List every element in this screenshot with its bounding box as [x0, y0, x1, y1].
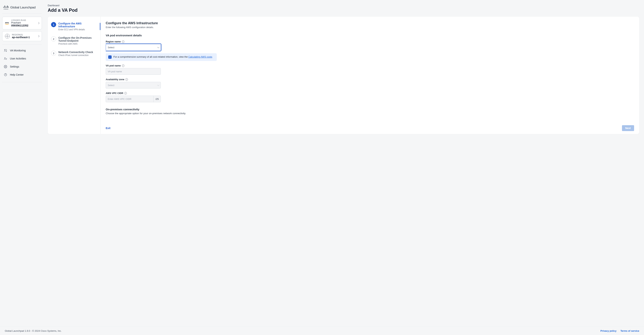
nav-label: Help Center	[10, 73, 24, 76]
page-title: Add a VA Pod	[48, 8, 639, 13]
privacy-policy-link[interactable]: Privacy policy	[600, 330, 616, 332]
gear-icon	[4, 65, 7, 68]
va-pod-name-input[interactable]	[106, 68, 161, 75]
form-area: Configure the AWS Infrastructure Enter t…	[100, 16, 639, 134]
aws-vpc-cidr-suffix: /25	[154, 96, 160, 102]
region-name-select[interactable]: Select	[106, 44, 161, 51]
nav-user-activities[interactable]: User Activities	[2, 54, 42, 62]
nav-va-monitoring[interactable]: VA Monitoring	[2, 46, 42, 54]
wizard-steps: 1 Configure the AWS Infrastructure Enter…	[48, 16, 100, 134]
select-value: Select	[108, 46, 114, 49]
nav-label: User Activities	[10, 57, 26, 60]
chevron-right-icon	[37, 35, 39, 37]
form-subheading: Enter the following AWS configuration de…	[106, 26, 634, 29]
step-number: 2	[51, 36, 56, 42]
step-title: Network Connectivity Check	[58, 51, 93, 54]
chevron-right-icon	[37, 22, 39, 24]
step-title: Configure the AWS Infrastructure	[58, 22, 96, 28]
sidebar-divider	[2, 82, 42, 82]
account-card[interactable]: aws LOGGED IN AS Prashant 059356112352	[2, 17, 42, 29]
svg-point-3	[5, 66, 6, 67]
step-subtitle: Precheck with AWS	[58, 42, 96, 45]
main: Dashboard Add a VA Pod 1 Configure the A…	[44, 0, 644, 326]
account-card-label: LOGGED IN AS	[11, 19, 36, 21]
exit-button[interactable]: Exit	[106, 127, 110, 130]
env-group-title: VA pod environment details	[106, 34, 634, 37]
help-icon	[4, 73, 7, 76]
brand: cisco Global Launchpad	[2, 4, 42, 14]
region-card-value: ap-northeast-1	[12, 36, 36, 39]
step-title: Configure the On-Premises Tunnel Endpoin…	[58, 36, 96, 42]
wizard-step-1[interactable]: 1 Configure the AWS Infrastructure Enter…	[51, 22, 97, 31]
calculating-aws-costs-link[interactable]: Calculating AWS costs	[188, 56, 212, 58]
wizard-step-2[interactable]: 2 Configure the On-Premises Tunnel Endpo…	[51, 36, 97, 45]
onprem-desc: Choose the appropriate option for your o…	[106, 112, 634, 115]
monitor-icon	[4, 49, 7, 52]
users-icon	[4, 57, 7, 60]
brand-name: Global Launchpad	[10, 6, 36, 9]
availability-zone-label: Availability zone	[106, 78, 124, 81]
next-button[interactable]: Next	[622, 125, 634, 131]
wizard-step-3[interactable]: 3 Network Connectivity Check Check IPsec…	[51, 51, 97, 56]
region-name-label: Region name	[106, 40, 121, 43]
nav-label: VA Monitoring	[10, 49, 26, 52]
aws-vpc-cidr-input[interactable]	[106, 96, 154, 102]
account-card-id: 059356112352	[11, 24, 36, 27]
cisco-wordmark: cisco	[3, 8, 9, 10]
info-icon[interactable]	[122, 64, 124, 67]
info-banner-text: For a comprehensive summary of all cost-…	[114, 56, 188, 58]
info-icon[interactable]	[125, 78, 128, 81]
cisco-logo-icon: cisco	[3, 5, 9, 10]
footer: Global Launchpad 1.9.0 - © 2024 Cisco Sy…	[0, 326, 644, 335]
chevron-down-icon	[157, 84, 159, 86]
form-actions: Exit Next	[106, 121, 634, 131]
nav-settings[interactable]: Settings	[2, 62, 42, 71]
footer-copyright: Global Launchpad 1.9.0 - © 2024 Cisco Sy…	[5, 330, 62, 332]
info-icon[interactable]	[122, 40, 124, 43]
step-number: 1	[51, 22, 56, 27]
info-icon[interactable]	[124, 92, 127, 94]
chevron-down-icon	[157, 46, 159, 48]
step-number: 3	[51, 51, 56, 56]
onprem-heading: On-premises connectivity	[106, 108, 634, 111]
region-card[interactable]: Region(s) ap-northeast-1	[2, 31, 42, 41]
region-card-label: Region(s)	[12, 34, 36, 36]
aws-vpc-cidr-wrap: /25	[106, 96, 161, 102]
availability-zone-select[interactable]: Select	[106, 82, 161, 88]
svg-point-5	[5, 75, 6, 76]
breadcrumb[interactable]: Dashboard	[48, 4, 639, 7]
aws-vpc-cidr-label: AWS VPC CIDR	[106, 92, 123, 94]
step-subtitle: Enter EC2 and VPN details	[58, 28, 96, 31]
account-card-user: Prashant	[11, 21, 36, 24]
svg-point-0	[4, 50, 5, 50]
terms-of-service-link[interactable]: Terms of service	[620, 330, 639, 332]
va-pod-name-label: VA pod name	[106, 64, 121, 67]
form-heading: Configure the AWS Infrastructure	[106, 21, 634, 25]
svg-point-2	[4, 58, 6, 58]
info-badge-icon: i	[108, 56, 112, 59]
cost-info-banner: i For a comprehensive summary of all cos…	[106, 53, 217, 61]
wizard-panel: 1 Configure the AWS Infrastructure Enter…	[48, 16, 639, 134]
step-subtitle: Check IPsec tunnel connection	[58, 54, 93, 56]
nav-label: Settings	[10, 65, 19, 68]
aws-logo-icon: aws	[5, 22, 9, 25]
nav-help-center[interactable]: Help Center	[2, 71, 42, 79]
globe-icon	[5, 34, 10, 38]
svg-point-1	[6, 51, 7, 52]
sidebar: cisco Global Launchpad aws LOGGED IN AS …	[0, 0, 44, 326]
select-value: Select	[108, 84, 114, 87]
